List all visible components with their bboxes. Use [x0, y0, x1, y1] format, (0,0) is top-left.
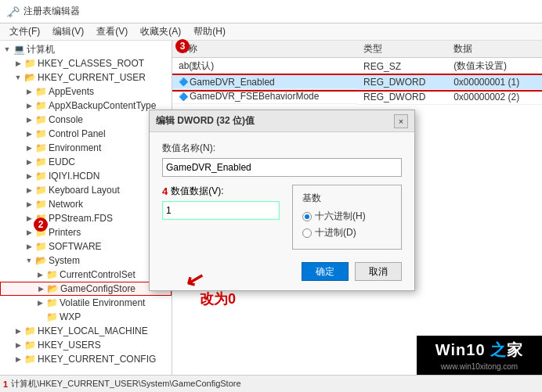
- expand-current-user-icon: ▼: [13, 72, 23, 83]
- expand-keyboard-icon: ▶: [23, 185, 34, 196]
- cell-name-gamedvr: 🔷 GameDVR_Enabled: [172, 75, 357, 89]
- tree-item-local-machine[interactable]: ▶ 📁 HKEY_LOCAL_MACHINE: [0, 324, 172, 338]
- folder-local-machine-icon: 📁: [23, 325, 36, 336]
- tree-item-computer[interactable]: ▼ 💻 计算机: [0, 42, 172, 56]
- tree-label-control-panel: Control Panel: [49, 128, 106, 139]
- folder-current-config-icon: 📁: [23, 354, 36, 365]
- tree-item-software[interactable]: ▶ 📁 SOFTWARE: [0, 239, 172, 254]
- tree-item-keyboard-layout[interactable]: ▶ 📁 Keyboard Layout: [0, 183, 172, 197]
- cell-type-fsebehavior: REG_DWORD: [357, 90, 447, 105]
- radio-group-base: 基数 十六进制(H) 十进制(D): [292, 185, 402, 250]
- radio-hex[interactable]: 十六进制(H): [302, 210, 392, 223]
- menu-help[interactable]: 帮助(H): [187, 23, 232, 40]
- tree-item-eudc[interactable]: ▶ 📁 EUDC: [0, 155, 172, 169]
- tree-label-appevents: AppEvents: [49, 86, 94, 97]
- tree-item-current-control-set[interactable]: ▶ 📁 CurrentControlSet: [0, 268, 172, 282]
- tree-label-wxp: WXP: [60, 311, 81, 322]
- tree-label-network: Network: [49, 199, 83, 210]
- tree-item-iqiyi[interactable]: ▶ 📁 IQIYI.HCDN: [0, 169, 172, 183]
- cell-data-gamedvr: 0x00000001 (1): [447, 75, 542, 90]
- expand-console-icon: ▶: [23, 114, 34, 125]
- tree-item-volatile-env[interactable]: ▶ 📁 Volatile Environment: [0, 296, 172, 310]
- win10-logo-text: Win10 之家: [435, 340, 523, 361]
- folder-appevents-icon: 📁: [34, 86, 47, 97]
- tree-item-control-panel[interactable]: ▶ 📁 Control Panel: [0, 127, 172, 141]
- tree-label-software: SOFTWARE: [49, 241, 102, 252]
- dialog-value-input[interactable]: [162, 201, 280, 220]
- tree-panel[interactable]: ▼ 💻 计算机 ▶ 📁 HKEY_CLASSES_ROOT ▼ 📂 HKEY_C…: [0, 41, 172, 375]
- tree-label-gameconfig: GameConfigStore: [60, 283, 136, 294]
- tree-item-users[interactable]: ▶ 📁 HKEY_USERS: [0, 338, 172, 352]
- expand-computer-icon: ▼: [2, 44, 13, 55]
- tree-item-network[interactable]: ▶ 📁 Network: [0, 197, 172, 211]
- dialog-close-button[interactable]: ×: [394, 114, 408, 128]
- table-row-fsebehavior[interactable]: 🔷 GameDVR_FSEBehaviorMode REG_DWORD 0x00…: [172, 90, 542, 105]
- table-row[interactable]: ab(默认) REG_SZ (数值未设置): [172, 58, 542, 75]
- expand-classes-icon: ▶: [13, 58, 23, 69]
- tree-label-users: HKEY_USERS: [38, 340, 101, 351]
- status-path: 计算机\HKEY_CURRENT_USER\System\GameConfigS…: [11, 378, 240, 390]
- expand-local-machine-icon: ▶: [13, 325, 23, 336]
- tree-label-classes-root: HKEY_CLASSES_ROOT: [38, 58, 144, 69]
- menu-edit[interactable]: 编辑(V): [46, 23, 90, 40]
- expand-wxp-icon: [34, 311, 45, 322]
- tree-item-system[interactable]: ▼ 📂 System: [0, 254, 172, 268]
- tree-item-gameconfig[interactable]: ▶ 📂 GameConfigStore: [0, 282, 172, 296]
- dialog-main-row: 4 数值数据(V): 基数 十六进制(H) 十进制(D): [162, 185, 402, 256]
- title-bar-text: 注册表编辑器: [23, 5, 80, 18]
- tree-item-environment[interactable]: ▶ 📁 Environment: [0, 141, 172, 155]
- win10-badge-inner: Win10 之家 www.win10xitong.com: [435, 340, 523, 371]
- tree-item-current-config[interactable]: ▶ 📁 HKEY_CURRENT_CONFIG: [0, 352, 172, 366]
- registry-value-icon: 🔷: [179, 77, 188, 86]
- folder-keyboard-icon: 📁: [34, 185, 47, 196]
- expand-volatile-icon: ▶: [34, 297, 45, 308]
- folder-ccs-icon: 📁: [45, 269, 58, 280]
- expand-network-icon: ▶: [23, 199, 34, 210]
- expand-printers-icon: ▶: [23, 227, 34, 238]
- radio-dec[interactable]: 十进制(D): [302, 226, 392, 239]
- status-bar: 1 计算机\HKEY_CURRENT_USER\System\GameConfi…: [0, 375, 542, 392]
- tree-item-classes-root[interactable]: ▶ 📁 HKEY_CLASSES_ROOT: [0, 56, 172, 70]
- tree-label-console: Console: [49, 114, 83, 125]
- status-anno-label: 1: [3, 379, 8, 389]
- radio-hex-circle: [302, 212, 312, 221]
- radio-group-title: 基数: [302, 192, 392, 205]
- tree-item-current-user[interactable]: ▼ 📂 HKEY_CURRENT_USER: [0, 70, 172, 85]
- cell-data-default: (数值未设置): [447, 58, 542, 75]
- menu-view[interactable]: 查看(V): [90, 23, 134, 40]
- menu-file[interactable]: 文件(F): [3, 23, 46, 40]
- radio-dec-circle: [302, 228, 312, 238]
- dialog-title-text: 编辑 DWORD (32 位)值: [156, 114, 255, 128]
- cell-type-gamedvr: REG_DWORD: [357, 75, 447, 90]
- table-row-gamedvr[interactable]: 🔷 GameDVR_Enabled REG_DWORD 0x00000001 (…: [172, 75, 542, 90]
- expand-appevents-icon: ▶: [23, 86, 34, 97]
- folder-console-icon: 📁: [34, 114, 47, 125]
- dialog-name-input[interactable]: [162, 158, 402, 177]
- folder-control-panel-icon: 📁: [34, 128, 47, 139]
- folder-appxbackup-icon: 📁: [34, 100, 47, 111]
- computer-icon: 💻: [13, 44, 25, 55]
- tree-item-ppstream[interactable]: ▶ 📁 PPStream.FDS: [0, 211, 172, 225]
- expand-gameconfig-icon: ▶: [35, 283, 46, 294]
- folder-system-icon: 📂: [34, 255, 47, 266]
- folder-environment-icon: 📁: [34, 142, 47, 153]
- edit-dword-dialog[interactable]: 编辑 DWORD (32 位)值 × 数值名称(N): 4 数值数据(V): 基…: [149, 110, 415, 291]
- tree-label-environment: Environment: [49, 142, 101, 153]
- menu-favorites[interactable]: 收藏夹(A): [134, 23, 187, 40]
- tree-item-appxbackup[interactable]: ▶ 📁 AppXBackupContentType: [0, 99, 172, 113]
- tree-label-current-control-set: CurrentControlSet: [60, 269, 136, 280]
- dialog-left-section: 4 数值数据(V):: [162, 185, 280, 256]
- expand-appxbackup-icon: ▶: [23, 100, 34, 111]
- tree-item-printers[interactable]: ▶ 📁 Printers: [0, 225, 172, 239]
- dialog-value-label: 4 数值数据(V):: [162, 185, 280, 198]
- confirm-button[interactable]: 确定: [302, 262, 349, 281]
- tree-item-console[interactable]: ▶ 📁 Console: [0, 113, 172, 127]
- folder-printers-icon: 📁: [34, 227, 47, 238]
- tree-item-appevents[interactable]: ▶ 📁 AppEvents: [0, 85, 172, 99]
- col-header-type: 类型: [357, 41, 447, 58]
- folder-gameconfig-icon: 📂: [46, 283, 59, 294]
- cancel-button[interactable]: 取消: [355, 262, 402, 281]
- tree-item-wxp[interactable]: 📁 WXP: [0, 310, 172, 324]
- tree-label-current-user: HKEY_CURRENT_USER: [38, 72, 146, 83]
- expand-environment-icon: ▶: [23, 142, 34, 153]
